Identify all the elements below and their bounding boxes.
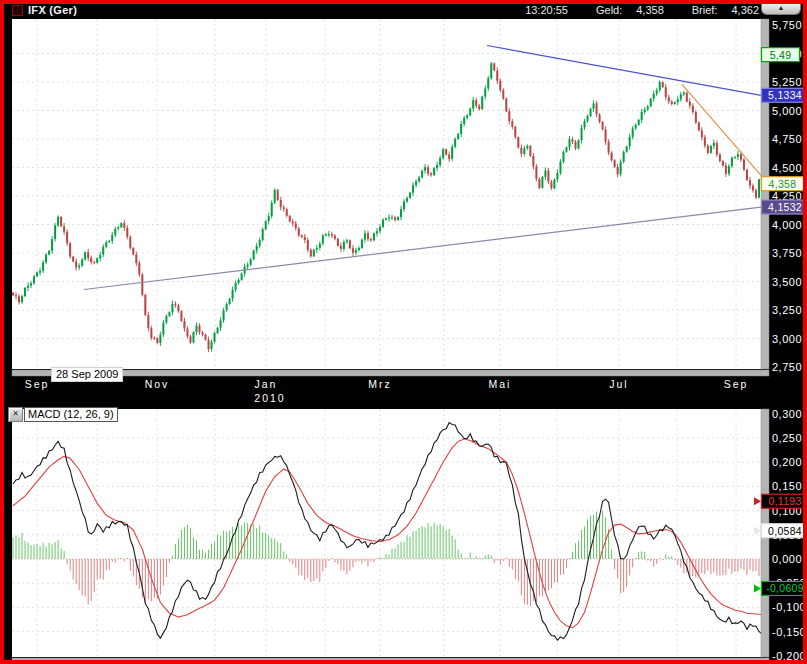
macd-indicator-label: MACD (12, 26, 9) (24, 407, 118, 422)
badge-text: 5,49 (770, 49, 792, 61)
time-axis: SepNovJanMrzMaiJulSep2010 (25, 378, 749, 404)
month-label: Mrz (368, 378, 392, 390)
macd-indicator-header: ✕ MACD (12, 26, 9) (8, 407, 118, 422)
price-badge-549: 5,49 (762, 48, 800, 62)
axis-label: 0,150 (772, 480, 802, 492)
axis-label: 4,750 (772, 133, 802, 145)
price-badge-00584: 0,0584 (754, 524, 803, 538)
axis-label: 0,300 (772, 408, 802, 420)
month-label: Sep (25, 378, 50, 390)
price-badge-00609: -0,0609 (754, 581, 803, 595)
badge-text: 5,1334 (768, 89, 802, 101)
badge-text: -0,0609 (766, 582, 803, 594)
badge-text: 4,358 (769, 178, 797, 190)
chart-window: IFX (Ger) 13:20:55Geld:4,358Brief:4,362 … (0, 0, 807, 664)
collapse-panel-button[interactable]: ▲ (761, 3, 801, 15)
month-label: Jul (609, 378, 628, 390)
horizontal-scrollbar[interactable] (12, 370, 769, 376)
axis-label: 3,750 (772, 247, 802, 259)
axis-label: -0,200 (772, 650, 803, 661)
vertical-scrollbar[interactable] (761, 19, 769, 369)
month-label: Sep (724, 378, 749, 390)
close-icon[interactable]: ✕ (8, 407, 23, 422)
axis-label: 0,000 (772, 553, 802, 565)
year-label: 2010 (254, 392, 285, 404)
price-badge-51334: 5,1334 (762, 88, 804, 102)
price-badge-01193: 0,1193 (754, 494, 803, 508)
axis-label: 3,250 (772, 304, 802, 316)
axis-label: 0,200 (772, 456, 802, 468)
axis-label: 5,000 (772, 105, 802, 117)
macd-plot-area[interactable] (12, 409, 761, 657)
macd-plot-group: 0,3000,2500,2000,1500,1000,0500,000-0,05… (12, 408, 803, 661)
price-plot-area[interactable] (12, 19, 761, 369)
price-chart[interactable]: 5,7505,5005,2505,0004,7504,5004,2504,000… (4, 15, 803, 405)
axis-label: 4,500 (772, 162, 802, 174)
date-tooltip: 28 Sep 2009 (51, 367, 123, 382)
axis-label: 3,000 (772, 333, 802, 345)
badge-text: 0,0584 (768, 525, 802, 537)
axis-label: -0,150 (772, 626, 803, 638)
macd-chart[interactable]: 0,3000,2500,2000,1500,1000,0500,000-0,05… (4, 405, 803, 661)
price-badge-41532: 4,1532 (762, 200, 804, 214)
badge-text: 0,1193 (768, 495, 801, 507)
axis-label: 3,500 (772, 276, 802, 288)
price-axis: 5,7505,5005,2505,0004,7504,5004,2504,000… (772, 19, 802, 373)
axis-label: 5,250 (772, 76, 802, 88)
axis-label: 0,250 (772, 432, 802, 444)
month-label: Jan (255, 378, 278, 390)
axis-label: -0,100 (772, 601, 803, 613)
month-label: Nov (145, 378, 170, 390)
price-plot-group: 5,7505,5005,2505,0004,7504,5004,2504,000… (12, 19, 803, 404)
axis-label: 2,750 (772, 361, 802, 373)
badge-text: 4,1532 (768, 201, 802, 213)
bottom-strip (12, 658, 769, 661)
month-label: Mai (489, 378, 512, 390)
axis-label: 5,750 (772, 19, 802, 31)
price-badge-4358: 4,358 (762, 177, 804, 191)
axis-label: 4,000 (772, 219, 802, 231)
